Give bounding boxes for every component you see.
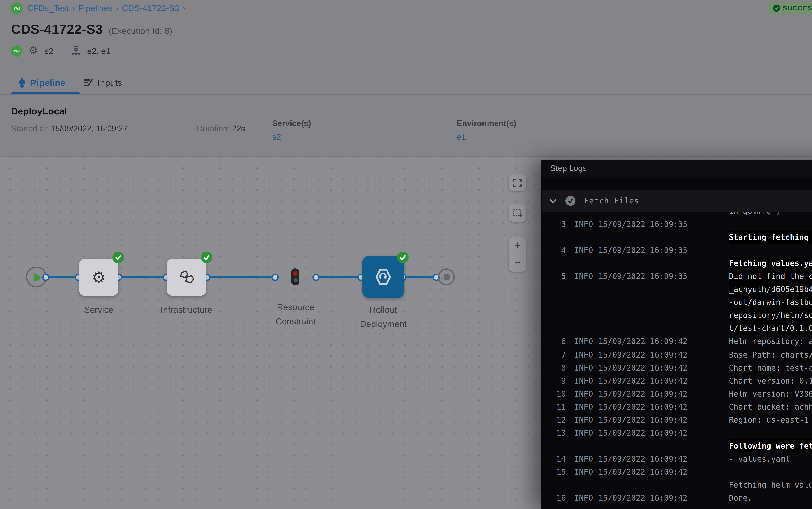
log-row: repository/helm/source/93602db7-89f2-317… bbox=[541, 309, 812, 322]
service-success-icon bbox=[112, 251, 124, 263]
log-message: Starting fetching Helm values bbox=[729, 231, 812, 244]
log-timestamp: 15/09/2022 16:09:42 bbox=[598, 348, 693, 361]
end-node[interactable] bbox=[438, 269, 455, 285]
node-label-service: Service bbox=[71, 303, 126, 317]
log-level: INFO bbox=[574, 452, 596, 466]
log-message: in govmfg } bbox=[729, 212, 780, 218]
zoom-out-button[interactable]: − bbox=[509, 254, 526, 272]
edge bbox=[316, 276, 361, 278]
log-line-number: 16 bbox=[541, 491, 566, 504]
environment-names[interactable]: e2, e1 bbox=[87, 46, 111, 56]
log-line-number: 3 bbox=[541, 218, 566, 231]
environment-icon bbox=[71, 45, 80, 56]
log-row: 8INFO15/09/2022 16:09:42Chart name: test… bbox=[541, 361, 812, 374]
log-timestamp: 15/09/2022 16:09:42 bbox=[598, 452, 693, 466]
edge-port bbox=[312, 273, 320, 280]
log-timestamp: 15/09/2022 16:09:42 bbox=[598, 426, 693, 439]
environments-label: Environment(s) bbox=[457, 119, 516, 128]
breadcrumb-separator: › bbox=[183, 3, 185, 13]
harness-logo-icon bbox=[11, 2, 23, 15]
log-line-number: 14 bbox=[541, 452, 566, 466]
log-row: 11INFO15/09/2022 16:09:42Chart bucket: a… bbox=[541, 400, 812, 413]
log-row: in govmfg } bbox=[541, 212, 812, 218]
log-message: Region: us-east-1 bbox=[729, 413, 809, 426]
log-message: Base Path: charts/ bbox=[729, 348, 812, 361]
log-level: INFO bbox=[574, 270, 596, 283]
log-level: INFO bbox=[574, 218, 596, 231]
divider bbox=[259, 102, 259, 151]
step-logs-header: Step Logs Console View bbox=[541, 160, 812, 177]
log-timestamp: 15/09/2022 16:09:42 bbox=[598, 491, 693, 504]
log-level bbox=[574, 283, 596, 296]
service-name[interactable]: s2 bbox=[44, 46, 53, 56]
inputs-icon bbox=[84, 78, 93, 87]
log-line-number: 5 bbox=[541, 270, 566, 283]
tab-pipeline[interactable]: Pipeline bbox=[18, 70, 66, 95]
chevron-down-icon[interactable] bbox=[550, 199, 557, 203]
log-line-number bbox=[541, 309, 566, 322]
zoom-in-button[interactable]: + bbox=[509, 237, 526, 254]
tab-inputs[interactable]: Inputs bbox=[84, 70, 122, 95]
edge-port bbox=[271, 273, 279, 280]
log-timestamp bbox=[598, 212, 693, 218]
log-timestamp bbox=[598, 309, 693, 322]
breadcrumb-separator: › bbox=[72, 3, 75, 13]
log-timestamp bbox=[598, 478, 693, 491]
stage-started: Started at: 15/09/2022, 16:09:27 bbox=[11, 124, 127, 133]
infrastructure-icon bbox=[178, 270, 195, 284]
step-section-header[interactable]: Fetch Files ↑ ↓ 9s bbox=[542, 190, 812, 212]
stop-icon bbox=[444, 274, 449, 280]
log-row: Following were fetched successfully : bbox=[541, 439, 812, 452]
log-line-number: 13 bbox=[541, 426, 566, 439]
step-logs-title: Step Logs bbox=[550, 164, 587, 173]
log-lines[interactable]: in govmfg }3INFO15/09/2022 16:09:35Start… bbox=[541, 212, 812, 509]
canvas-reset-selection-button[interactable] bbox=[509, 204, 526, 222]
log-row: 6INFO15/09/2022 16:09:42Helm repository:… bbox=[541, 335, 812, 348]
harness-cd-badge-icon bbox=[11, 44, 22, 57]
service-gear-icon: ⚙ bbox=[29, 45, 38, 56]
breadcrumb-project[interactable]: CFDs_Test bbox=[27, 3, 69, 13]
success-check-icon bbox=[773, 4, 780, 11]
node-service[interactable]: ⚙ bbox=[79, 259, 118, 296]
log-line-number bbox=[541, 257, 566, 270]
log-timestamp: 15/09/2022 16:09:42 bbox=[598, 374, 693, 387]
log-line-number: 9 bbox=[541, 374, 566, 387]
breadcrumb-pipelines[interactable]: Pipelines bbox=[78, 3, 113, 13]
log-level bbox=[574, 212, 596, 218]
log-row: 14INFO15/09/2022 16:09:42- values.yaml bbox=[541, 452, 812, 466]
node-rollout-deployment[interactable] bbox=[363, 256, 404, 298]
log-line-number: 4 bbox=[541, 244, 566, 257]
stage-name[interactable]: DeployLocal bbox=[11, 106, 67, 116]
log-message: Done. bbox=[729, 491, 752, 504]
breadcrumb-pipeline-name[interactable]: CDS-41722-S3 bbox=[122, 3, 179, 13]
log-timestamp: 15/09/2022 16:09:42 bbox=[598, 387, 693, 400]
canvas-fullscreen-button[interactable] bbox=[509, 174, 526, 191]
services-value[interactable]: s2 bbox=[272, 132, 281, 142]
log-message: Helm version: V380 bbox=[729, 387, 812, 400]
log-level: INFO bbox=[574, 426, 596, 439]
node-label-infrastructure: Infrastructure bbox=[146, 303, 227, 317]
node-infrastructure[interactable] bbox=[167, 259, 206, 296]
edge bbox=[119, 276, 166, 278]
log-level bbox=[574, 257, 596, 270]
log-level: INFO bbox=[574, 348, 596, 361]
log-line-number: 15 bbox=[541, 466, 566, 478]
services-label: Service(s) bbox=[272, 119, 311, 128]
log-row: 3INFO15/09/2022 16:09:35 bbox=[541, 218, 812, 231]
node-resource-constraint[interactable] bbox=[291, 269, 299, 285]
log-timestamp: 15/09/2022 16:09:42 bbox=[598, 335, 693, 348]
log-row: 9INFO15/09/2022 16:09:42Chart version: 0… bbox=[541, 374, 812, 387]
log-line-number: 6 bbox=[541, 335, 566, 348]
log-row: Fetching helm values completed successfu… bbox=[541, 478, 812, 491]
log-message: Fetching helm values completed successfu… bbox=[729, 478, 812, 491]
infrastructure-success-icon bbox=[201, 251, 213, 263]
log-message: Following were fetched successfully : bbox=[729, 439, 812, 452]
log-row: _achyuth/d605e19b46448ceaacb01fb4c19633a… bbox=[541, 283, 812, 296]
breadcrumb: CFDs_Test›Pipelines›CDS-41722-S3› bbox=[27, 3, 189, 13]
log-line-number: 8 bbox=[541, 361, 566, 374]
log-line-number bbox=[541, 478, 566, 491]
constraint-green-light bbox=[293, 278, 297, 282]
environments-value[interactable]: e1 bbox=[457, 132, 466, 142]
log-message: repository/helm/source/93602db7-89f2-317… bbox=[729, 309, 812, 322]
log-row: 13INFO15/09/2022 16:09:42 bbox=[541, 426, 812, 439]
